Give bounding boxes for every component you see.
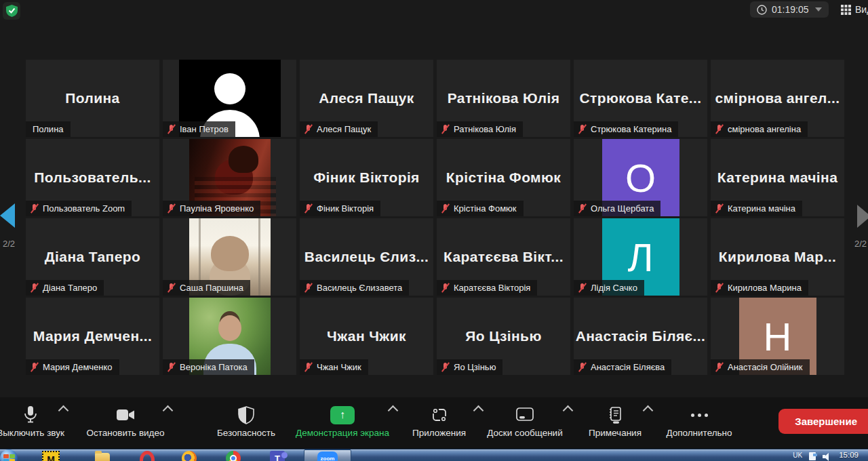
clock-icon (757, 5, 767, 15)
participant-name: Полина (33, 124, 64, 134)
participant-tile[interactable]: Чжан Чжик Чжан Чжик (300, 298, 433, 375)
share-screen-icon: ↑ (330, 406, 355, 424)
mic-muted-icon (30, 203, 39, 214)
volume-icon[interactable] (823, 452, 832, 461)
participant-tile[interactable]: Стрюкова Кате... Стрюкова Катерина (574, 60, 707, 137)
participant-tile[interactable]: Фіник Вікторія Фіник Вікторія (300, 139, 433, 216)
participant-tile[interactable]: Василець Єлиз... Василець Єлизавета (300, 218, 433, 296)
avatar-letter: Л (627, 235, 653, 280)
participant-tile[interactable]: Кирилова Мар... Кирилова Марина (711, 218, 844, 296)
opera-icon[interactable] (140, 451, 155, 461)
participant-name: Стрюкова Катерина (591, 124, 671, 134)
participant-name: Пауліна Яровенко (180, 203, 254, 214)
firefox-icon[interactable] (182, 451, 197, 461)
participant-label: Чжан Чжик (300, 359, 368, 375)
explorer-icon[interactable] (95, 453, 110, 461)
mute-button[interactable]: Выключить звук (0, 403, 81, 438)
participant-tile[interactable]: Вероніка Патока (163, 298, 296, 375)
notes-button[interactable]: Примечания (575, 403, 655, 438)
mic-muted-icon (715, 203, 724, 214)
participant-tile[interactable]: Пользователь... Пользователь Zoom (26, 139, 159, 216)
meeting-timer[interactable]: 01:19:05 (750, 1, 829, 18)
participant-tile[interactable]: Алеся Пащук Алеся Пащук (300, 60, 433, 137)
participant-tile[interactable]: Саша Паршина (163, 218, 296, 296)
zoom-taskbar-button[interactable]: zoom (304, 449, 351, 461)
participant-label: Фіник Вікторія (300, 201, 380, 216)
mic-muted-icon (441, 283, 450, 293)
chrome-icon[interactable] (226, 451, 241, 461)
mic-muted-icon (30, 362, 39, 372)
whiteboards-label: Доски сообщений (475, 428, 575, 438)
view-label: Вид (855, 4, 868, 15)
more-dots-icon (691, 414, 708, 417)
participant-tile[interactable]: Л Лідія Сачко (574, 218, 707, 296)
zoom-app-glyph: zoom (321, 456, 335, 461)
share-screen-button[interactable]: ↑ Демонстрация экрана (278, 403, 407, 438)
participant-tile[interactable]: Яо Цзінью Яо Цзінью (437, 298, 570, 375)
participant-tile[interactable]: Катерина мачіна Катерина мачіна (711, 139, 844, 216)
mail-app-icon[interactable]: M (42, 451, 60, 461)
participant-name: Саша Паршина (180, 283, 243, 293)
participant-label: Мария Демченко (26, 359, 119, 375)
participant-name: Кирилова Марина (728, 283, 802, 293)
whiteboards-button[interactable]: Доски сообщений (475, 403, 575, 438)
zoom-app-icon: zoom (317, 452, 338, 461)
participant-tile[interactable]: Анастасія Біляє... Анастасія Біляєва (574, 298, 707, 375)
participant-tile[interactable]: Ратнікова Юлія Ратнікова Юлія (437, 60, 570, 137)
apps-button[interactable]: Приложения (397, 403, 481, 438)
stop-video-button[interactable]: Остановить видео (75, 403, 176, 438)
participant-label: Яо Цзінью (437, 359, 502, 375)
mic-muted-icon (304, 203, 313, 214)
page-indicator-left: 2/2 (3, 239, 15, 249)
previous-page-arrow[interactable] (0, 203, 15, 228)
participant-tile[interactable]: Крістіна Фомюк Крістіна Фомюк (437, 139, 570, 216)
participant-tile[interactable]: Мария Демчен... Мария Демченко (26, 298, 159, 375)
participant-name: Ратнікова Юлія (454, 124, 516, 134)
end-meeting-button[interactable]: Завершение (778, 409, 868, 434)
encryption-badge[interactable] (3, 2, 20, 20)
participant-tile[interactable]: Діана Таперо Діана Таперо (26, 218, 159, 296)
timer-value: 01:19:05 (772, 4, 809, 15)
start-button[interactable] (0, 449, 18, 461)
timer-dropdown-icon[interactable] (815, 7, 822, 12)
avatar-letter: О (625, 155, 656, 201)
participant-label: Полина (26, 121, 71, 137)
participants-grid: Полина Полина Іван Петров Алеся Пащук Ал… (26, 60, 844, 375)
whiteboard-icon (515, 407, 534, 423)
participant-label: Василець Єлизавета (300, 280, 409, 296)
mic-muted-icon (304, 124, 313, 134)
participant-name: Яо Цзінью (454, 362, 496, 372)
share-screen-label: Демонстрация экрана (278, 428, 407, 438)
next-page-arrow[interactable] (857, 205, 868, 228)
participant-name: Анастасія Біляєва (591, 362, 665, 372)
more-button[interactable]: Дополнительно (655, 403, 743, 438)
participant-label: Алеся Пащук (300, 121, 378, 137)
participant-tile[interactable]: Каратєєва Вікт... Каратєєва Вікторія (437, 218, 570, 296)
participant-tile[interactable]: Полина Полина (26, 60, 159, 137)
mic-muted-icon (578, 283, 587, 293)
participant-label: Вероніка Патока (163, 359, 254, 375)
participant-tile[interactable]: смірнова ангел... смірнова ангеліна (711, 60, 844, 137)
participant-tile[interactable]: Н Анастасія Олійник (711, 298, 844, 375)
participant-name: смірнова ангеліна (728, 124, 801, 134)
mail-app-glyph: M (47, 454, 55, 461)
participant-tile[interactable]: Пауліна Яровенко (163, 139, 296, 216)
language-indicator[interactable]: UK (793, 452, 802, 459)
participant-label: смірнова ангеліна (711, 121, 808, 137)
participant-name: Анастасія Олійник (728, 362, 803, 372)
participant-label: Ратнікова Юлія (437, 121, 523, 137)
teams-icon[interactable]: T (270, 451, 285, 461)
participant-label: Пауліна Яровенко (163, 201, 260, 216)
security-button[interactable]: Безопасность (203, 403, 289, 438)
participant-label: Стрюкова Катерина (574, 121, 678, 137)
security-label: Безопасность (203, 428, 289, 438)
top-bar: 01:19:05 Вид (0, 0, 868, 20)
participant-tile[interactable]: О Ольга Щербата (574, 139, 707, 216)
mic-muted-icon (578, 362, 587, 372)
view-button[interactable]: Вид (841, 1, 868, 18)
zoom-meeting-window: 01:19:05 Вид Полина Полина (0, 0, 868, 461)
participant-tile[interactable]: Іван Петров (163, 60, 296, 137)
participant-name: Пользователь Zoom (43, 203, 125, 214)
tray-notification-icon[interactable] (809, 452, 816, 460)
meeting-toolbar: Выключить звук Остановить видео Безопасн… (0, 397, 868, 449)
